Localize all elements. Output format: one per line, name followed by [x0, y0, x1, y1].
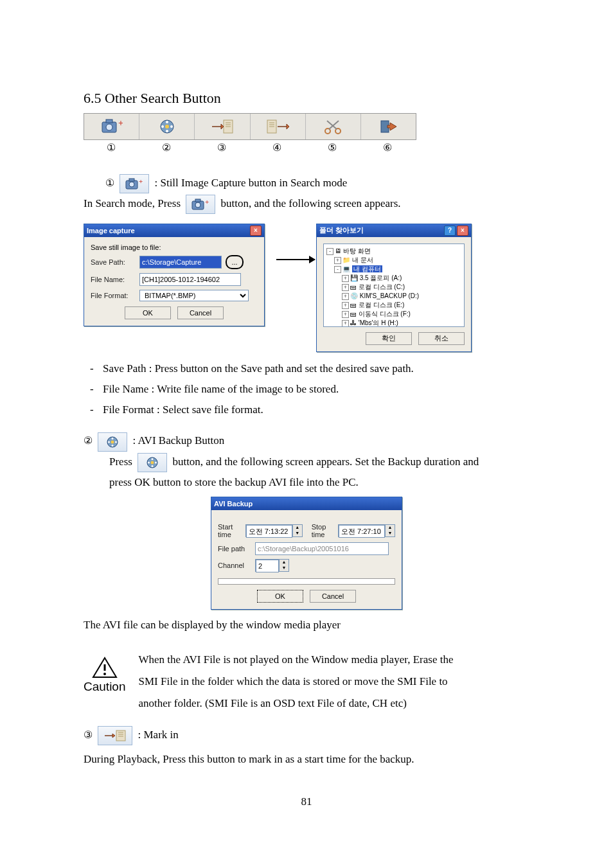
- toolbar-btn-5[interactable]: [306, 114, 361, 139]
- caution-line1: When the AVI File is not played on the W…: [139, 649, 530, 671]
- item2-num: ②: [84, 431, 93, 450]
- tree-a: 3.5 플로피 (A:): [360, 274, 402, 281]
- svg-point-39: [108, 441, 110, 443]
- arrow-right-icon: [276, 259, 315, 260]
- tree-d: KIM'S_BACKUP (D:): [360, 292, 419, 299]
- note-file-name: File Name : Write file name of the image…: [102, 379, 529, 400]
- file-format-select[interactable]: BITMAP(*.BMP): [139, 290, 249, 301]
- cancel-button[interactable]: Cancel: [177, 306, 224, 319]
- svg-line-22: [329, 121, 339, 129]
- markin-button-inline[interactable]: [98, 726, 132, 745]
- help-icon[interactable]: ?: [444, 226, 456, 236]
- avi-channel-input[interactable]: ▲▼: [255, 559, 289, 572]
- svg-marker-14: [212, 124, 224, 129]
- tree-c: 로컬 디스크 (C:): [359, 283, 405, 290]
- svg-point-9: [161, 125, 164, 128]
- item3-num: ③: [84, 725, 93, 745]
- browse-dialog-title: 폴더 찾아보기: [319, 226, 364, 235]
- progress-bar: [218, 578, 395, 585]
- page-number: 81: [84, 795, 529, 808]
- svg-point-36: [112, 438, 114, 439]
- toolbar-btn-6[interactable]: [361, 114, 416, 139]
- folder-tree[interactable]: -🖥 바탕 화면 +📁 내 문서 -💻 내 컴퓨터 +💾 3.5 플로피 (A:…: [323, 244, 465, 327]
- avi-cancel-button[interactable]: Cancel: [310, 590, 356, 603]
- caution-line3: another folder. (SMI File is an OSD text…: [139, 693, 530, 714]
- tree-root: 바탕 화면: [343, 247, 371, 254]
- film-reel-icon: [104, 436, 121, 448]
- svg-line-23: [327, 121, 337, 129]
- svg-point-45: [148, 461, 150, 463]
- save-path-input[interactable]: [139, 256, 222, 269]
- avi-button-inline-2[interactable]: [138, 453, 167, 472]
- section-title: 6.5 Other Search Button: [84, 90, 529, 107]
- svg-rect-32: [195, 199, 200, 202]
- toolbar-btn-avi[interactable]: [139, 114, 195, 139]
- ok-button[interactable]: OK: [125, 306, 171, 319]
- tree-mypc: 내 컴퓨터: [352, 265, 382, 272]
- svg-point-6: [166, 121, 168, 123]
- svg-rect-28: [129, 179, 134, 181]
- svg-point-43: [155, 461, 157, 463]
- toolbar-btn-markout[interactable]: [251, 114, 306, 139]
- svg-marker-19: [278, 124, 289, 129]
- note-file-format: File Format : Select save file format.: [102, 400, 529, 420]
- capture-button-inline-2[interactable]: +: [186, 195, 215, 214]
- num-5: ⑤: [305, 141, 360, 154]
- capture-button-inline[interactable]: +: [120, 174, 149, 193]
- toolbar-btn-markin[interactable]: [195, 114, 250, 139]
- svg-text:+: +: [205, 198, 209, 206]
- toolbar-numbers: ① ② ③ ④ ⑤ ⑥: [84, 141, 415, 154]
- tree-docs: 내 문서: [352, 256, 373, 263]
- avi-stop-input[interactable]: ▲▼: [338, 524, 395, 537]
- search-toolbar: +: [84, 113, 416, 140]
- avi-start-input[interactable]: ▲▼: [245, 524, 303, 537]
- item2-press: Press: [109, 456, 132, 468]
- close-icon[interactable]: ×: [250, 226, 262, 236]
- svg-point-31: [195, 202, 200, 208]
- save-still-label: Save still image to file:: [91, 244, 258, 251]
- tree-e: 로컬 디스크 (E:): [359, 301, 405, 308]
- svg-point-37: [115, 441, 117, 443]
- browse-button[interactable]: ...: [226, 255, 244, 269]
- image-capture-dialog: Image capture × Save still image to file…: [84, 224, 265, 326]
- camera-plus-icon: +: [125, 177, 144, 190]
- exit-arrow-icon: [378, 118, 398, 135]
- file-format-label: File Format:: [91, 292, 136, 299]
- file-name-input[interactable]: [139, 273, 241, 286]
- file-name-label: File Name:: [91, 276, 136, 283]
- avi-note: The AVI file can be displayed by the win…: [84, 615, 529, 635]
- caution-line2: SMI File in the folder which the data is…: [139, 671, 530, 693]
- camera-plus-icon: +: [101, 118, 123, 135]
- svg-rect-49: [116, 731, 125, 741]
- svg-point-48: [103, 673, 106, 675]
- capture-notes: Save Path : Press button on the Save pat…: [84, 359, 529, 421]
- avi-button-inline[interactable]: [98, 432, 127, 452]
- avi-path-input[interactable]: [255, 542, 389, 555]
- scissors-icon: [323, 118, 342, 135]
- num-4: ④: [249, 141, 305, 154]
- item3-label: : Mark in: [138, 729, 179, 741]
- close-icon[interactable]: ×: [457, 226, 468, 236]
- caution-label: Caution: [84, 680, 126, 694]
- browse-cancel-button[interactable]: 취소: [418, 332, 465, 345]
- toolbar-btn-capture[interactable]: +: [84, 114, 139, 139]
- avi-dialog-title: AVI Backup: [214, 500, 253, 508]
- num-1: ①: [84, 141, 139, 154]
- svg-marker-53: [105, 734, 115, 738]
- avi-start-label: Start time: [218, 523, 242, 538]
- num-3: ③: [194, 141, 249, 154]
- svg-point-44: [152, 465, 154, 467]
- svg-rect-2: [106, 120, 112, 123]
- avi-backup-dialog: AVI Backup Start time ▲▼ Stop time ▲▼ Fi…: [211, 497, 402, 610]
- item1-label: : Still Image Capture button in Search m…: [155, 177, 348, 189]
- svg-point-8: [166, 130, 168, 132]
- film-reel-icon: [144, 456, 161, 469]
- camera-plus-icon: +: [191, 198, 210, 211]
- num-6: ⑥: [360, 141, 415, 154]
- capture-dialog-title: Image capture: [87, 227, 135, 235]
- warning-triangle-icon: [92, 657, 118, 678]
- browse-ok-button[interactable]: 확인: [366, 332, 412, 345]
- avi-ok-button[interactable]: OK: [257, 590, 303, 603]
- tree-h: 'Mbs'의 H (H:): [359, 319, 398, 326]
- avi-stop-label: Stop time: [312, 523, 334, 538]
